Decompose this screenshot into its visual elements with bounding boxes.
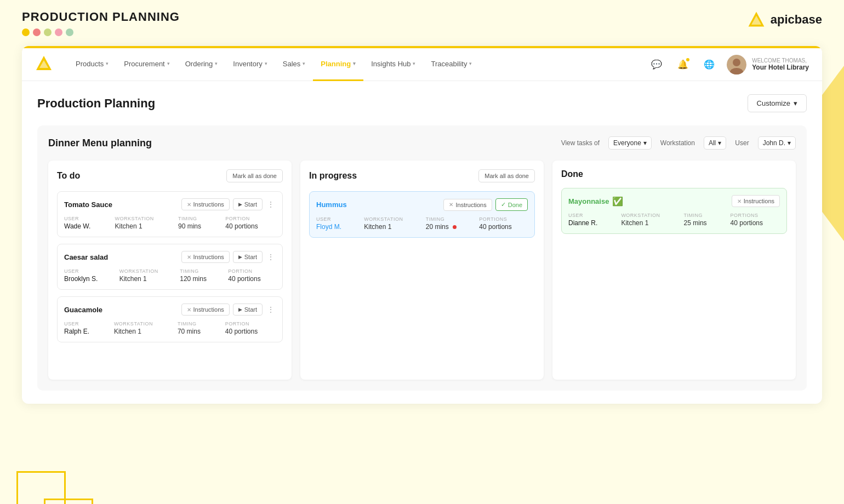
task-meta-caesar-salad: USER Brooklyn S. WORKSTATION Kitchen 1 T…: [64, 268, 276, 283]
task-actions-tomato-sauce: ✕ Instructions ▶ Start ⋮: [181, 198, 276, 210]
instructions-btn-guacamole[interactable]: ✕ Instructions: [181, 303, 230, 316]
timing-warning-dot: [453, 225, 457, 229]
kanban-title: Dinner Menu planning: [48, 138, 152, 149]
nav-item-ordering[interactable]: Ordering ▾: [178, 48, 226, 81]
meta-workstation-mayonnaise: WORKSTATION Kitchen 1: [621, 213, 677, 227]
start-btn-tomato-sauce[interactable]: ▶ Start: [233, 198, 263, 210]
navbar-logo: [35, 55, 53, 75]
nav-item-traceability[interactable]: Traceability ▾: [423, 48, 480, 81]
chevron-down-icon: ▾: [413, 61, 415, 66]
task-card-caesar-salad: Caesar salad ✕ Instructions ▶ Start: [57, 244, 283, 290]
color-dots: [22, 28, 180, 36]
customize-button[interactable]: Customize ▾: [748, 94, 807, 112]
more-options-icon-tomato-sauce[interactable]: ⋮: [266, 200, 276, 209]
check-icon: ✓: [501, 201, 506, 208]
meta-portion-caesar-salad: PORTION 40 portions: [228, 268, 276, 283]
task-name-caesar-salad: Caesar salad: [64, 253, 108, 261]
chevron-down-icon: ▾: [106, 61, 109, 66]
task-name-guacamole: Guacamole: [64, 306, 102, 314]
meta-timing-tomato-sauce: TIMING 90 mins: [178, 216, 219, 230]
mark-all-done-todo[interactable]: Mark all as done: [226, 169, 283, 182]
more-options-icon-guacamole[interactable]: ⋮: [266, 305, 276, 314]
dot-4: [55, 28, 62, 36]
chevron-down-icon: ▾: [215, 61, 218, 66]
everyone-select[interactable]: Everyone ▾: [608, 136, 652, 150]
instructions-btn-mayonnaise[interactable]: ✕ Instructions: [732, 195, 780, 207]
play-icon: ▶: [238, 254, 242, 260]
instructions-btn-hummus[interactable]: ✕ Instructions: [443, 199, 492, 211]
main-card: Products ▾ Procurement ▾ Ordering ▾ Inve…: [22, 46, 822, 404]
task-card-header-guacamole: Guacamole ✕ Instructions ▶ Start: [64, 303, 276, 316]
meta-portion-mayonnaise: PORTIONS 40 portions: [731, 213, 780, 227]
nav-item-inventory[interactable]: Inventory ▾: [225, 48, 275, 81]
meta-timing-caesar-salad: TIMING 120 mins: [180, 268, 221, 283]
user-select[interactable]: John D. ▾: [758, 136, 796, 150]
meta-portion-tomato-sauce: PORTION 40 portions: [225, 216, 276, 230]
welcome-prefix: WELCOME THOMAS,: [752, 58, 809, 64]
apicbase-logo-icon: [746, 10, 766, 30]
kanban-header: Dinner Menu planning View tasks of Every…: [48, 136, 796, 150]
kanban-filters: View tasks of Everyone ▾ Workstation All…: [561, 136, 796, 150]
notification-icon-button[interactable]: 🔔: [674, 56, 692, 73]
avatar: [727, 55, 746, 75]
chevron-down-icon: ▾: [643, 139, 647, 147]
done-card-header: Mayonnaise ✅: [568, 196, 623, 207]
instructions-btn-tomato-sauce[interactable]: ✕ Instructions: [181, 198, 230, 210]
task-card-header-tomato-sauce: Tomato Sauce ✕ Instructions ▶ Start: [64, 198, 276, 210]
start-btn-guacamole[interactable]: ▶ Start: [233, 303, 263, 316]
nav-item-insights-hub[interactable]: Insights Hub ▾: [363, 48, 423, 81]
meta-user-tomato-sauce: USER Wade W.: [64, 216, 109, 230]
mark-all-done-inprogress[interactable]: Mark all as done: [478, 169, 535, 182]
meta-user-guacamole: USER Ralph E.: [64, 321, 107, 335]
x-icon: ✕: [449, 202, 453, 208]
task-card-header-hummus: Hummus ✕ Instructions ✓ Done: [316, 198, 528, 211]
instructions-btn-caesar-salad[interactable]: ✕ Instructions: [181, 251, 230, 263]
dot-3: [44, 28, 52, 36]
play-icon: ▶: [238, 307, 242, 312]
task-meta-tomato-sauce: USER Wade W. WORKSTATION Kitchen 1 TIMIN…: [64, 216, 276, 230]
dot-5: [66, 28, 73, 36]
col-title-done: Done: [561, 169, 583, 179]
start-btn-caesar-salad[interactable]: ▶ Start: [233, 251, 263, 263]
top-header: PRODUCTION PLANNING apicbase: [0, 0, 844, 46]
task-name-hummus: Hummus: [316, 201, 347, 209]
x-icon: ✕: [187, 202, 191, 208]
col-header-done: Done: [561, 169, 787, 179]
nav-items: Products ▾ Procurement ▾ Ordering ▾ Inve…: [68, 48, 648, 81]
x-icon: ✕: [737, 198, 742, 204]
task-meta-mayonnaise: USER Dianne R. WORKSTATION Kitchen 1 TIM…: [568, 213, 780, 227]
chat-icon-button[interactable]: 💬: [648, 56, 665, 73]
col-title-todo: To do: [57, 171, 80, 181]
task-actions-guacamole: ✕ Instructions ▶ Start ⋮: [181, 303, 276, 316]
meta-user-hummus: USER Floyd M.: [316, 216, 357, 231]
workstation-select[interactable]: All ▾: [704, 136, 726, 150]
meta-portion-guacamole: PORTION 40 portions: [225, 321, 276, 335]
meta-workstation-hummus: WORKSTATION Kitchen 1: [364, 216, 419, 231]
x-icon: ✕: [187, 307, 191, 313]
globe-icon-button[interactable]: 🌐: [700, 56, 718, 73]
task-actions-mayonnaise: ✕ Instructions: [732, 195, 780, 207]
chevron-down-icon: ▾: [167, 61, 170, 66]
task-card-tomato-sauce: Tomato Sauce ✕ Instructions ▶ Start: [57, 191, 283, 237]
task-name-mayonnaise: Mayonnaise: [568, 197, 609, 205]
nav-item-planning[interactable]: Planning ▾: [313, 48, 363, 81]
nav-item-sales[interactable]: Sales ▾: [275, 48, 313, 81]
nav-item-products[interactable]: Products ▾: [68, 48, 116, 81]
task-card-mayonnaise: Mayonnaise ✅ ✕ Instructions: [561, 188, 787, 234]
kanban-section: Dinner Menu planning View tasks of Every…: [37, 125, 807, 391]
chevron-down-icon: ▾: [788, 139, 791, 147]
nav-item-procurement[interactable]: Procurement ▾: [116, 48, 177, 81]
page-main-title: PRODUCTION PLANNING: [22, 10, 180, 24]
kanban-columns: To do Mark all as done Tomato Sauce ✕ In…: [48, 161, 796, 380]
col-header-inprogress: In progress Mark all as done: [309, 169, 535, 182]
meta-workstation-tomato-sauce: WORKSTATION Kitchen 1: [115, 216, 172, 230]
apicbase-logo-text: apicbase: [771, 13, 822, 27]
done-btn-hummus[interactable]: ✓ Done: [495, 198, 528, 211]
user-subtitle: Your Hotel Library: [752, 64, 809, 71]
task-meta-hummus: USER Floyd M. WORKSTATION Kitchen 1 TIMI…: [316, 216, 528, 231]
chevron-down-icon: ▾: [265, 61, 267, 66]
col-header-todo: To do Mark all as done: [57, 169, 283, 182]
play-icon: ▶: [238, 202, 242, 207]
task-actions-caesar-salad: ✕ Instructions ▶ Start ⋮: [181, 251, 276, 263]
more-options-icon-caesar-salad[interactable]: ⋮: [266, 253, 276, 261]
